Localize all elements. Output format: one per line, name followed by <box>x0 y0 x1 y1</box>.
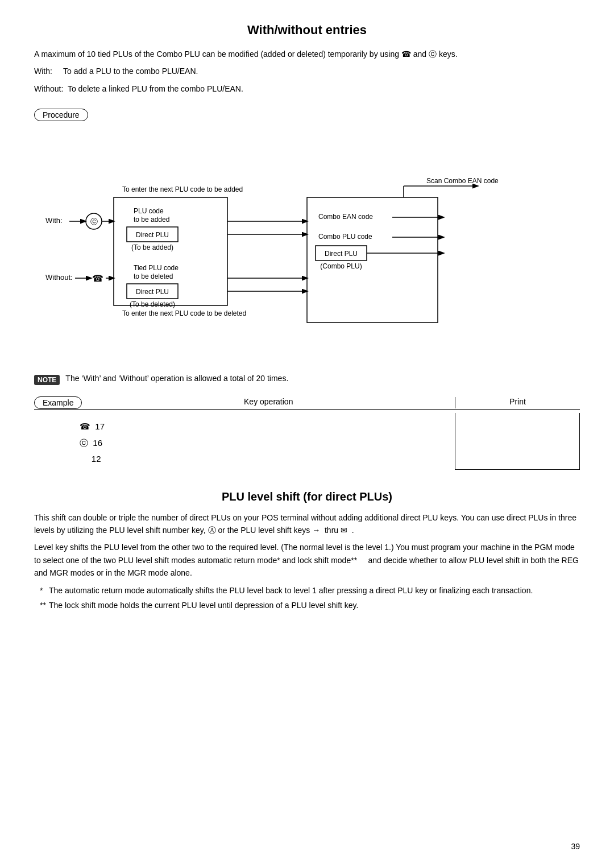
svg-text:☎: ☎ <box>92 274 103 283</box>
svg-text:Scan Combo EAN code: Scan Combo EAN code <box>426 177 499 185</box>
note-text: The ‘With’ and ‘Without’ operation is al… <box>65 374 288 383</box>
svg-text:to be deleted: to be deleted <box>134 272 173 280</box>
svg-text:With:: With: <box>45 216 63 225</box>
page-number: 39 <box>571 842 580 851</box>
example-badge: Example <box>34 396 82 409</box>
svg-rect-7 <box>114 197 227 305</box>
key-op-line-1: ☎ 17 <box>80 419 455 435</box>
svg-text:Tied PLU code: Tied PLU code <box>134 264 179 272</box>
svg-text:To enter the next PLU code to : To enter the next PLU code to be deleted <box>122 309 246 317</box>
note-label: NOTE <box>34 375 60 385</box>
note-box: NOTE The ‘With’ and ‘Without’ operation … <box>34 374 580 385</box>
plu-bullet-list: The automatic return mode automatically … <box>40 584 580 612</box>
svg-text:(Combo PLU): (Combo PLU) <box>320 262 362 270</box>
intro-paragraph: A maximum of 10 tied PLUs of the Combo P… <box>34 48 580 60</box>
svg-text:ⓒ: ⓒ <box>90 217 98 226</box>
svg-text:to be added: to be added <box>134 216 169 224</box>
key-op-line-3: 12 <box>80 451 455 468</box>
print-header: Print <box>455 397 580 408</box>
example-header-row: Example Key operation Print <box>34 396 580 410</box>
procedure-diagram: With: Without: ⓒ ☎ PLU code to be added … <box>34 129 580 368</box>
without-description: Without: To delete a linked PLU from the… <box>34 82 580 95</box>
plu-section-title: PLU level shift (for direct PLUs) <box>34 490 580 503</box>
with-description: With: To add a PLU to the combo PLU/EAN. <box>34 65 580 77</box>
diagram-svg: With: Without: ⓒ ☎ PLU code to be added … <box>34 129 580 368</box>
svg-text:Combo EAN code: Combo EAN code <box>318 213 373 221</box>
svg-text:Direct PLU: Direct PLU <box>136 231 169 239</box>
plu-level-shift-section: PLU level shift (for direct PLUs) This s… <box>34 490 580 612</box>
procedure-badge: Procedure <box>34 109 88 121</box>
svg-text:Direct PLU: Direct PLU <box>325 250 358 258</box>
plu-bullet-item-1: The automatic return mode automatically … <box>40 584 580 597</box>
example-section: Example Key operation Print ☎ 17 ⓒ 16 12 <box>34 396 580 473</box>
plu-bullet-item-2: The lock shift mode holds the current PL… <box>40 599 580 611</box>
key-op-line-2: ⓒ 16 <box>80 435 455 452</box>
svg-text:(To be deleted): (To be deleted) <box>130 300 175 308</box>
print-area <box>455 413 580 470</box>
svg-text:To enter the next PLU code to : To enter the next PLU code to be added <box>122 185 243 193</box>
svg-text:Without:: Without: <box>45 273 73 282</box>
key-op-header: Key operation <box>82 397 455 408</box>
svg-text:Combo PLU code: Combo PLU code <box>318 233 372 241</box>
with-without-section: With/without entries A maximum of 10 tie… <box>34 23 580 473</box>
svg-text:Direct PLU: Direct PLU <box>136 288 169 296</box>
svg-text:PLU code: PLU code <box>134 207 164 215</box>
plu-intro-para: This shift can double or triple the numb… <box>34 511 580 537</box>
key-op-content: ☎ 17 ⓒ 16 12 <box>34 413 455 473</box>
svg-text:(To be added): (To be added) <box>131 243 173 251</box>
plu-para2: Level key shifts the PLU level from the … <box>34 541 580 579</box>
section-title-with-without: With/without entries <box>34 23 580 38</box>
example-content-row: ☎ 17 ⓒ 16 12 <box>34 413 580 473</box>
